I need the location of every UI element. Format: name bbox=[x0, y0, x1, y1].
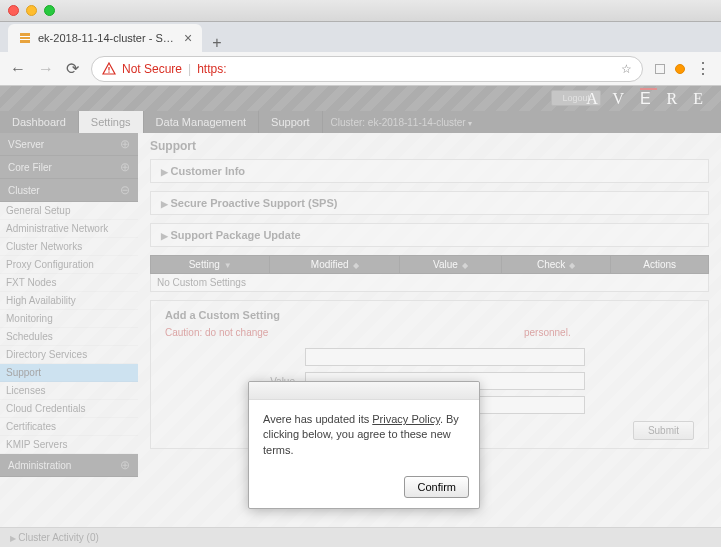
minimize-window-icon[interactable] bbox=[26, 5, 37, 16]
privacy-policy-link[interactable]: Privacy Policy bbox=[372, 413, 440, 425]
svg-rect-1 bbox=[20, 36, 30, 37]
bookmark-icon[interactable]: ☆ bbox=[621, 62, 632, 76]
forward-button: → bbox=[38, 60, 54, 78]
modal-footer: Confirm bbox=[249, 470, 479, 508]
extension-bulb-icon[interactable] bbox=[675, 64, 685, 74]
extension-icons: ⋮ bbox=[655, 59, 711, 78]
security-status: Not Secure bbox=[122, 62, 182, 76]
svg-rect-3 bbox=[108, 67, 109, 71]
svg-rect-2 bbox=[20, 39, 30, 40]
modal-header[interactable] bbox=[249, 382, 479, 400]
browser-toolbar: ← → ⟳ Not Secure | https: ☆ ⋮ bbox=[0, 52, 721, 86]
tab-favicon-icon bbox=[18, 31, 32, 45]
close-window-icon[interactable] bbox=[8, 5, 19, 16]
browser-tab-bar: ek-2018-11-14-cluster - Support × + bbox=[0, 22, 721, 52]
browser-tab[interactable]: ek-2018-11-14-cluster - Support × bbox=[8, 24, 202, 52]
extension-1-icon[interactable] bbox=[655, 64, 665, 74]
url-protocol: https: bbox=[197, 62, 226, 76]
address-bar[interactable]: Not Secure | https: ☆ bbox=[91, 56, 643, 82]
confirm-button[interactable]: Confirm bbox=[404, 476, 469, 498]
url-divider: | bbox=[188, 62, 191, 76]
back-button[interactable]: ← bbox=[10, 60, 26, 78]
tab-title: ek-2018-11-14-cluster - Support bbox=[38, 32, 178, 44]
window-controls bbox=[0, 0, 721, 22]
maximize-window-icon[interactable] bbox=[44, 5, 55, 16]
privacy-policy-modal: Avere has updated its Privacy Policy. By… bbox=[248, 381, 480, 509]
modal-body: Avere has updated its Privacy Policy. By… bbox=[249, 400, 479, 470]
browser-menu-icon[interactable]: ⋮ bbox=[695, 59, 711, 78]
svg-rect-4 bbox=[108, 71, 109, 72]
app-viewport: Logout A V E R E Dashboard Settings Data… bbox=[0, 86, 721, 547]
new-tab-button[interactable]: + bbox=[202, 34, 231, 52]
svg-rect-0 bbox=[20, 33, 30, 43]
warning-icon bbox=[102, 62, 116, 76]
tab-close-icon[interactable]: × bbox=[184, 30, 192, 46]
reload-button[interactable]: ⟳ bbox=[66, 59, 79, 78]
